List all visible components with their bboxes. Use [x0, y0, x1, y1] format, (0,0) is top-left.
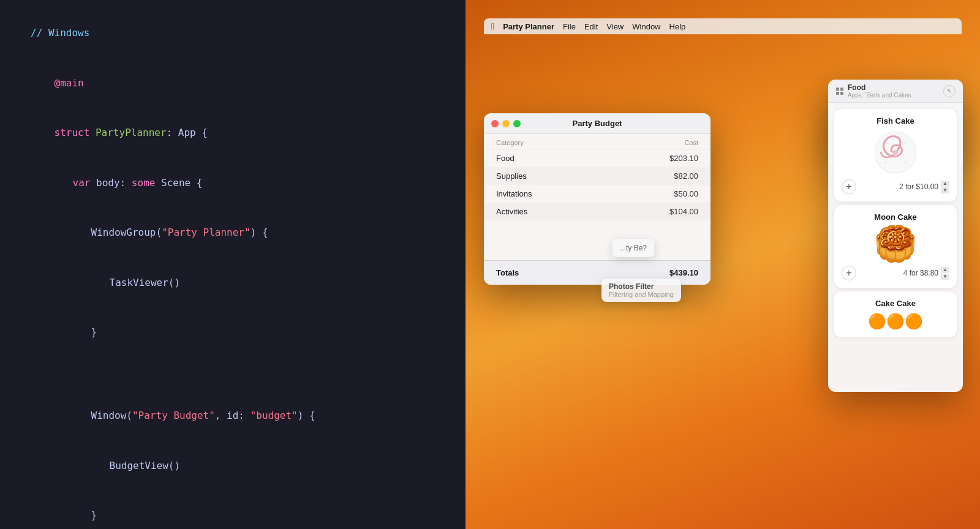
budget-category-invitations: Invitations	[484, 185, 605, 203]
partial-panel-party-be: ...ty Be?	[612, 239, 654, 257]
moon-cake-stepper-down[interactable]: ▼	[941, 274, 949, 280]
moon-cake-add-button[interactable]: +	[842, 266, 856, 280]
fish-cake-controls: + 2 for $10.00 ▲ ▼	[842, 179, 949, 194]
table-row: Food $203.10	[484, 149, 710, 168]
macos-desktop:  Party Planner File Edit View Window He…	[466, 0, 980, 529]
apple-logo-icon: 	[491, 21, 494, 31]
food-items-title: Food	[848, 83, 911, 92]
moon-cake-price: 4 for $8.80	[903, 269, 938, 277]
code-window-line: Window("Party Budget", id: "budget") {	[31, 391, 435, 441]
fish-cake-card: Fish Cake +	[834, 109, 957, 201]
svg-rect-5	[840, 88, 843, 91]
food-items-subtitle: Apps, 'Zerts and Cakes	[848, 92, 911, 99]
code-struct-line: struct PartyPlanner: App {	[31, 108, 435, 158]
food-panel-action-button[interactable]: ↖	[943, 85, 956, 97]
fish-cake-name: Fish Cake	[842, 116, 949, 126]
code-keyword: @main	[55, 77, 84, 89]
cake-cake-card: Cake Cake 🟠🟠🟠	[834, 291, 957, 337]
budget-category-food: Food	[484, 149, 605, 168]
code-close-2: }	[31, 490, 435, 529]
traffic-lights[interactable]	[491, 120, 521, 127]
cake-cake-name: Cake Cake	[842, 299, 949, 308]
moon-cake-stepper-up[interactable]: ▲	[941, 267, 949, 273]
budget-cost-activities: $104.00	[605, 203, 711, 220]
budget-cost-supplies: $82.00	[605, 167, 711, 185]
code-main-attr: @main	[31, 58, 435, 108]
budget-cost-invitations: $50.00	[605, 185, 711, 203]
budget-col-cost: Cost	[605, 134, 711, 149]
svg-rect-7	[840, 92, 843, 95]
photos-filter-title: Photos Filter	[609, 282, 674, 291]
fish-cake-stepper-down[interactable]: ▼	[941, 187, 949, 193]
menubar-view[interactable]: View	[606, 22, 624, 31]
budget-col-category: Category	[484, 134, 605, 149]
code-blank-2	[31, 358, 435, 374]
code-var-line: var body: some Scene {	[31, 158, 435, 208]
table-row-empty	[484, 220, 710, 245]
svg-point-10	[885, 142, 887, 144]
fish-cake-price-stepper: 2 for $10.00 ▲ ▼	[899, 181, 949, 193]
budget-category-supplies: Supplies	[484, 167, 605, 185]
code-windowgroup-line: WindowGroup("Party Planner") {	[31, 208, 435, 258]
totals-value: $439.10	[669, 268, 698, 277]
table-row: Activities $104.00	[484, 203, 710, 220]
code-close-1: }	[31, 307, 435, 358]
menubar-file[interactable]: File	[563, 22, 576, 31]
budget-window-titlebar: Party Budget	[484, 113, 710, 134]
totals-label: Totals	[496, 268, 519, 277]
moon-cake-price-stepper: 4 for $8.80 ▲ ▼	[903, 267, 949, 280]
macos-menubar:  Party Planner File Edit View Window He…	[484, 18, 962, 34]
menubar-app-name[interactable]: Party Planner	[503, 22, 554, 31]
food-items-header-text: Food Apps, 'Zerts and Cakes	[848, 83, 911, 99]
fish-cake-svg	[873, 130, 918, 174]
code-comment: // Windows	[31, 24, 435, 41]
menubar-edit[interactable]: Edit	[584, 22, 598, 31]
code-taskviewer-line: TaskViewer()	[31, 258, 435, 308]
svg-point-12	[905, 162, 907, 163]
moon-cake-card: Moon Cake 🥮 + 4 for $8.80 ▲ ▼	[834, 205, 957, 288]
photos-filter-subtitle: Filtering and Mapping	[609, 291, 674, 298]
fish-cake-add-button[interactable]: +	[842, 179, 856, 194]
table-row: Supplies $82.00	[484, 167, 710, 185]
cursor-icon: ↖	[947, 88, 952, 94]
moon-cake-stepper[interactable]: ▲ ▼	[941, 267, 949, 280]
zoom-button[interactable]	[513, 120, 521, 127]
svg-point-9	[893, 150, 898, 155]
budget-cost-food: $203.10	[605, 149, 711, 168]
svg-point-11	[905, 142, 907, 144]
budget-table: Category Cost Food $203.10 Supplies $82.…	[484, 134, 710, 245]
panel-grid-icon	[835, 87, 844, 96]
svg-rect-4	[836, 88, 839, 91]
close-button[interactable]	[491, 120, 499, 127]
photos-filter-panel: Photos Filter Filtering and Mapping	[601, 279, 681, 302]
fish-cake-image	[842, 130, 949, 174]
svg-rect-6	[836, 92, 839, 95]
table-row: Invitations $50.00	[484, 185, 710, 203]
minimize-button[interactable]	[502, 120, 510, 127]
menubar-help[interactable]: Help	[669, 22, 686, 31]
moon-cake-controls: + 4 for $8.80 ▲ ▼	[842, 266, 949, 280]
svg-point-13	[885, 162, 887, 163]
fish-cake-price: 2 for $10.00	[899, 182, 938, 191]
budget-window-title: Party Budget	[573, 119, 622, 128]
code-blank-3	[31, 374, 435, 391]
code-budgetview-line: BudgetView()	[31, 441, 435, 491]
moon-cake-name: Moon Cake	[842, 212, 949, 222]
food-items-panel: Food Apps, 'Zerts and Cakes ↖ Fish Cake	[828, 80, 963, 392]
menubar-window[interactable]: Window	[632, 22, 660, 31]
fish-cake-stepper-up[interactable]: ▲	[941, 181, 949, 187]
code-editor: // Windows @main struct PartyPlanner: Ap…	[0, 0, 466, 529]
budget-category-activities: Activities	[484, 203, 605, 220]
code-blank-1	[31, 41, 435, 58]
cake-cake-image-partial: 🟠🟠🟠	[842, 313, 949, 330]
fish-cake-stepper[interactable]: ▲ ▼	[941, 181, 949, 193]
food-items-header: Food Apps, 'Zerts and Cakes ↖	[828, 80, 963, 103]
moon-cake-image: 🥮	[842, 227, 949, 261]
party-budget-window: Party Budget Category Cost Food $203.10 …	[484, 113, 710, 285]
